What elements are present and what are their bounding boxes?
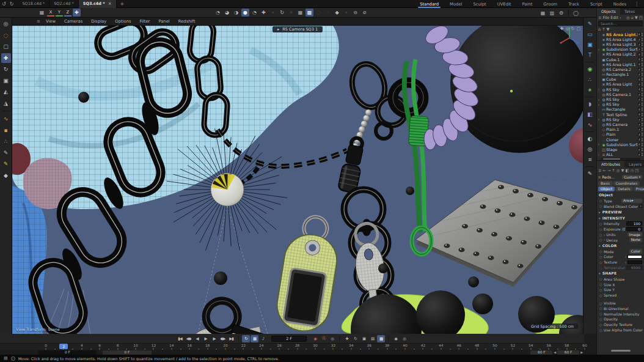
attributes-scrollbar[interactable] [611,350,631,352]
visibility-dots[interactable] [642,48,643,51]
cloner-tool[interactable]: ∴ [585,75,595,84]
attribute-checkbox[interactable] [639,204,643,208]
object-enabled-checkbox[interactable]: ✓ [638,32,642,36]
visibility-dots[interactable] [642,78,643,81]
filter-icon[interactable]: ▼ [635,15,638,20]
expand-icon[interactable]: › [604,233,605,237]
object-enabled-checkbox[interactable]: ✓ [638,57,642,61]
viewport-menu-redshift[interactable]: Redshift [174,19,200,24]
layout-tab-groom[interactable]: Groom [538,0,563,8]
layout-tab-uvedit[interactable]: UVEdit [492,0,517,8]
range-start-field[interactable]: 0 F [38,350,97,355]
visibility-dots[interactable] [642,38,643,41]
object-list-item[interactable]: ▣Cube.1✓ [597,57,644,62]
current-frame-field[interactable]: 2 F [271,336,307,342]
filter-icon[interactable]: ▼ [621,168,624,173]
keyframe-dot-icon[interactable]: ○ [599,238,602,242]
search-icon[interactable]: ◎ [617,168,620,173]
object-enabled-checkbox[interactable]: ✓ [638,128,642,131]
object-list-item[interactable]: ¤RS Area Light.5✓ [597,32,644,37]
layout-tab-paint[interactable]: Paint [517,0,538,8]
layout-tab-standard[interactable]: Standard [414,0,444,8]
object-list-item[interactable]: ›◉Subdivision Surface.1✓ [597,47,644,52]
frame-snap-toggle[interactable]: ▦ [251,335,258,342]
forward-icon[interactable]: → [607,168,610,173]
object-list-item[interactable]: ›◍RS Sky✓ [597,117,644,122]
viewport-canvas[interactable]: ▸ RS Camera SQ3 1 ✚◎↻▢ View Transform: S… [12,26,583,334]
visibility-dots[interactable] [642,103,643,106]
grid-icon[interactable]: ▦ [296,9,304,17]
record-button[interactable]: ◉ [311,335,319,342]
file-tab[interactable]: SQ18.c4d * [18,0,49,8]
status-menu-icon[interactable]: ▤ [4,356,8,361]
loop-toggle[interactable]: ↻ [242,335,250,342]
object-enabled-checkbox[interactable]: ✓ [638,103,642,106]
file-tab[interactable]: SQ3.c4d *× [79,0,117,8]
object-list-item[interactable]: ¤RS Area Light.3✓ [597,42,644,46]
snap-magnet-icon[interactable]: ◆ [333,9,341,17]
range-next-icon[interactable]: ▶ [580,350,583,354]
home-icon[interactable]: ⌂ [598,27,601,32]
spline-point-tool[interactable]: ▪ [1,125,11,135]
object-enabled-checkbox[interactable]: ✓ [638,73,642,76]
prev-frame-button[interactable]: ◀ [193,335,201,342]
section-header-preview[interactable]: ▸PREVIEW [597,209,644,215]
viewport-menu-grip-icon[interactable]: ≡ [37,19,40,24]
object-list-item[interactable]: ›◍RS Sky✓ [597,97,644,102]
layout-tab-model[interactable]: Model [444,0,467,8]
object-list-item[interactable]: ◎RS Camera.2✓ [597,67,644,72]
autokey-button[interactable]: Ⓐ [320,335,327,342]
view-zoom-icon[interactable]: ◎ [565,26,569,31]
section-header-shape[interactable]: ▾SHAPE [597,270,644,276]
object-list-item[interactable]: ›◍RS Sky✓ [597,102,644,107]
snap-option-icon[interactable]: ◦ [342,9,350,17]
visibility-dots[interactable] [642,138,643,141]
key-parameter-toggle[interactable]: ▤ [368,335,376,342]
object-enabled-checkbox[interactable]: ✓ [638,43,642,46]
character-tool-icon[interactable]: ✚ [260,9,268,17]
viewport-quarter-icon[interactable]: ◔ [251,9,258,17]
quantize-grid-icon[interactable]: ▩ [306,9,313,17]
keyframe-dot-icon[interactable]: ○ [599,260,602,264]
subdivision-surface-tool[interactable]: ◉ [585,64,595,73]
visibility-dots[interactable] [642,123,643,126]
visibility-dots[interactable] [642,68,643,71]
object-enabled-checkbox[interactable]: ✓ [638,138,642,141]
deformer-tool[interactable]: ◗ [585,99,595,108]
magnet-tool[interactable]: ◆ [1,171,11,180]
visibility-dots[interactable] [642,33,643,36]
disable-icon[interactable]: ⊖ [351,9,359,17]
visibility-dots[interactable] [642,63,643,66]
visibility-dots[interactable] [642,93,643,96]
live-selection-tool[interactable]: ◌ [1,31,11,40]
spline-primitive-tool[interactable]: ▭ [585,29,595,39]
viewport-isolate-icon[interactable]: ◕ [223,9,231,17]
view-toggle-icon[interactable]: ▢ [576,26,580,31]
layout-tab-nodes[interactable]: Nodes [608,0,632,8]
object-list-item[interactable]: TText Spline✓ [597,112,644,117]
object-list-item[interactable]: ◎RS Camera✓ [597,122,644,127]
character-option-icon[interactable]: ◦ [269,9,277,17]
attr-tab-project[interactable]: Project [634,187,644,191]
triangle-icon[interactable]: › [625,255,626,259]
play-button[interactable]: ▶ [202,335,210,342]
attr-tab-object[interactable]: Object [598,187,615,191]
viewport-solo-icon[interactable]: ◔ [214,9,222,17]
axis-z-button[interactable]: Z [64,9,71,17]
object-enabled-checkbox[interactable]: ✓ [638,118,642,122]
close-tab-icon[interactable]: × [108,1,112,6]
volume-tool[interactable]: ◧ [585,109,595,119]
object-list-item[interactable]: ¤RS Area Light.1✓ [597,62,644,67]
object-list-item[interactable]: ▭Rectangle.1✓ [597,72,644,77]
object-enabled-checkbox[interactable]: ✓ [638,133,642,136]
filter-icon[interactable]: ▼ [607,27,610,32]
object-enabled-checkbox[interactable]: ✓ [638,38,642,42]
key-position-toggle[interactable]: ✚ [343,335,351,342]
light-tool[interactable]: ¤ [585,155,595,164]
render-picture-viewer-icon[interactable]: ▥ [548,9,556,17]
keyframe-dot-icon[interactable]: ○ [599,328,602,332]
visibility-dots[interactable] [642,108,643,111]
keyframe-dot-icon[interactable]: ○ [599,323,602,327]
objects-menu-file[interactable]: File [602,15,609,20]
preview-end-field[interactable]: 60 F [557,350,579,355]
